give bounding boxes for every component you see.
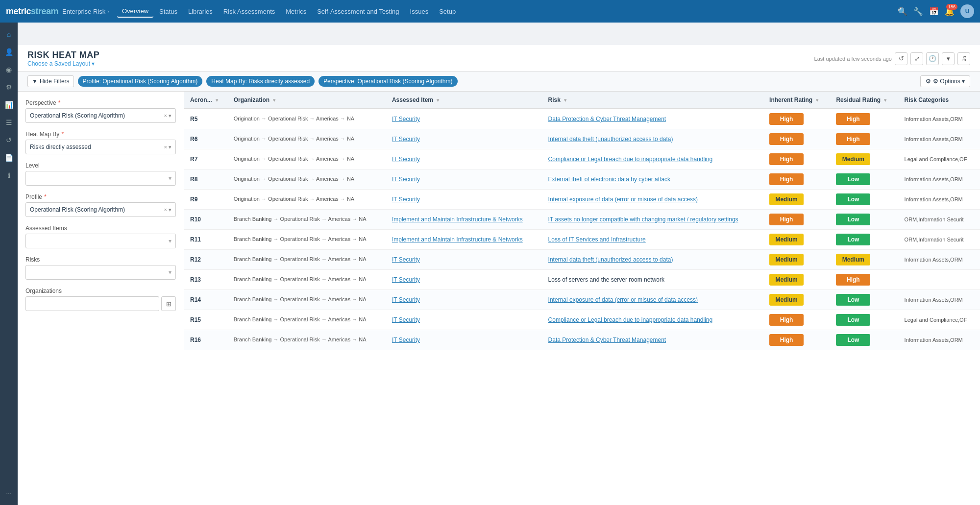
user-avatar[interactable]: U <box>960 4 974 18</box>
profile-filter: Profile * Operational Risk (Scoring Algo… <box>25 193 176 217</box>
nav-risk-assessments[interactable]: Risk Assessments <box>219 6 280 17</box>
saved-layout-link[interactable]: Choose a Saved Layout ▾ <box>27 60 99 67</box>
risk-link[interactable]: Internal exposure of data (error or misu… <box>548 196 698 203</box>
assessed-item-link[interactable]: IT Security <box>392 116 420 122</box>
assessed-item-link[interactable]: IT Security <box>392 196 420 203</box>
assessed-item-link[interactable]: IT Security <box>392 136 420 143</box>
filter-tag-profile[interactable]: Profile: Operational Risk (Scoring Algor… <box>78 76 203 87</box>
nav-status[interactable]: Status <box>154 6 182 17</box>
risk-link[interactable]: IT assets no longer compatible with chan… <box>548 216 738 223</box>
level-input[interactable]: ▾ <box>25 171 176 186</box>
risks-dropdown-icon: ▾ <box>169 269 172 276</box>
print-button[interactable]: 🖨 <box>957 52 970 65</box>
required-star-3: * <box>44 193 47 200</box>
categories-cell: Information Assets,ORM <box>899 250 980 270</box>
organizations-tree-button[interactable]: ⊞ <box>161 296 176 311</box>
risk-link[interactable]: Data Protection & Cyber Threat Managemen… <box>548 337 666 343</box>
risk-link[interactable]: Internal exposure of data (error or misu… <box>548 296 698 303</box>
sidebar-list[interactable]: ☰ <box>1 115 17 130</box>
profile-select[interactable]: Operational Risk (Scoring Algorithm) × ▾ <box>25 202 176 217</box>
notification-badge[interactable]: 🔔 186 <box>945 7 955 16</box>
inherent-rating-badge: High <box>769 334 804 346</box>
assessed-item-link[interactable]: Implement and Maintain Infrastructure & … <box>392 236 523 243</box>
residual-rating-cell: Low <box>830 230 898 250</box>
inherent-rating-badge: High <box>769 314 804 326</box>
risk-link[interactable]: Compliance or Legal breach due to inappr… <box>548 316 713 323</box>
clock-button[interactable]: 🕐 <box>926 52 939 65</box>
assessed-item-link[interactable]: IT Security <box>392 316 420 323</box>
risk-link[interactable]: Data Protection & Cyber Threat Managemen… <box>548 116 666 122</box>
assessed-item-link[interactable]: Implement and Maintain Infrastructure & … <box>392 216 523 223</box>
assessed-item-cell: IT Security <box>386 310 542 330</box>
sidebar-chart[interactable]: 📊 <box>1 97 17 113</box>
nav-issues[interactable]: Issues <box>405 6 434 17</box>
col-assessed-item[interactable]: Assessed Item ▾ <box>386 92 542 109</box>
nav-overview[interactable]: Overview <box>117 5 153 18</box>
risk-link[interactable]: External theft of electronic data by cyb… <box>548 176 670 183</box>
breadcrumb[interactable]: Enterprise Risk › <box>62 8 109 15</box>
sidebar-user[interactable]: 👤 <box>1 44 17 60</box>
level-label: Level <box>25 162 176 169</box>
calendar-icon[interactable]: 📅 <box>929 7 939 16</box>
org-input-wrapper: ⊞ <box>25 296 176 311</box>
sidebar-settings[interactable]: ⚙ <box>1 79 17 95</box>
assessed-item-link[interactable]: IT Security <box>392 156 420 163</box>
expand-button[interactable]: ⤢ <box>910 52 923 65</box>
organizations-input[interactable] <box>25 296 159 311</box>
sidebar-more[interactable]: ··· <box>1 485 17 501</box>
perspective-actions: × ▾ <box>164 113 172 119</box>
col-residual-rating[interactable]: Residual Rating ▾ <box>830 92 898 109</box>
assessed-item-link[interactable]: IT Security <box>392 337 420 343</box>
page-title: RISK HEAT MAP <box>27 50 99 60</box>
assessed-item-cell: IT Security <box>386 169 542 190</box>
col-acronym[interactable]: Acron... ▾ <box>184 92 228 109</box>
dropdown-button[interactable]: ▾ <box>942 52 955 65</box>
acronym-cell: R6 <box>184 129 228 149</box>
categories-cell: Information Assets,ORM <box>899 169 980 190</box>
col-risk[interactable]: Risk ▾ <box>542 92 764 109</box>
risk-cell: Loss of servers and the server room netw… <box>542 270 764 290</box>
filter-tag-heatmap[interactable]: Heat Map By: Risks directly assessed <box>206 76 315 87</box>
sidebar-docs[interactable]: 📄 <box>1 150 17 166</box>
inherent-rating-cell: High <box>763 109 830 129</box>
assessed-item-link[interactable]: IT Security <box>392 256 420 263</box>
options-button[interactable]: ⚙ ⚙ Options ▾ <box>920 75 970 87</box>
col-organization[interactable]: Organization ▾ <box>228 92 386 109</box>
nav-self-assessment[interactable]: Self-Assessment and Testing <box>312 6 404 17</box>
assessed-items-input[interactable]: ▾ <box>25 234 176 248</box>
sidebar-home[interactable]: ⌂ <box>1 26 17 42</box>
nav-metrics[interactable]: Metrics <box>281 6 311 17</box>
perspective-select[interactable]: Operational Risk (Scoring Algorithm) × ▾ <box>25 108 176 123</box>
org-cell: Origination → Operational Risk → America… <box>228 190 386 210</box>
acronym-cell: R15 <box>184 310 228 330</box>
risk-cell: Internal data theft (unauthorized access… <box>542 250 764 270</box>
assessed-item-link[interactable]: IT Security <box>392 176 420 183</box>
heatmap-by-select[interactable]: Risks directly assessed × ▾ <box>25 140 176 154</box>
residual-rating-cell: High <box>830 109 898 129</box>
acronym-cell: R7 <box>184 149 228 169</box>
nav-setup[interactable]: Setup <box>434 6 461 17</box>
nav-libraries[interactable]: Libraries <box>183 6 218 17</box>
col-inherent-rating[interactable]: Inherent Rating ▾ <box>763 92 830 109</box>
risk-link[interactable]: Compliance or Legal breach due to inappr… <box>548 156 713 163</box>
sidebar-globe[interactable]: ◉ <box>1 62 17 77</box>
risks-input[interactable]: ▾ <box>25 265 176 280</box>
residual-rating-cell: Low <box>830 169 898 190</box>
main-wrapper: RISK HEAT MAP Choose a Saved Layout ▾ La… <box>18 45 980 505</box>
hide-filters-button[interactable]: ▼ Hide Filters <box>27 75 74 87</box>
search-icon[interactable]: 🔍 <box>898 7 907 16</box>
assessed-item-link[interactable]: IT Security <box>392 296 420 303</box>
inherent-rating-badge: Medium <box>769 193 804 205</box>
categories-cell: ORM,Information Securit <box>899 210 980 230</box>
refresh-button[interactable]: ↺ <box>895 52 907 65</box>
left-sidebar: ⌂ 👤 ◉ ⚙ 📊 ☰ ↺ 📄 ℹ ··· <box>0 23 18 505</box>
risk-link[interactable]: Internal data theft (unauthorized access… <box>548 136 673 143</box>
risk-link[interactable]: Loss of IT Services and Infrastructure <box>548 236 646 243</box>
sidebar-refresh[interactable]: ↺ <box>1 132 17 148</box>
risk-link[interactable]: Internal data theft (unauthorized access… <box>548 256 673 263</box>
sidebar-info[interactable]: ℹ <box>1 168 17 183</box>
filter-tag-perspective[interactable]: Perspective: Operational Risk (Scoring A… <box>318 76 457 87</box>
assessed-item-link[interactable]: IT Security <box>392 276 420 283</box>
wrench-icon[interactable]: 🔧 <box>913 7 923 16</box>
acronym-cell: R11 <box>184 230 228 250</box>
